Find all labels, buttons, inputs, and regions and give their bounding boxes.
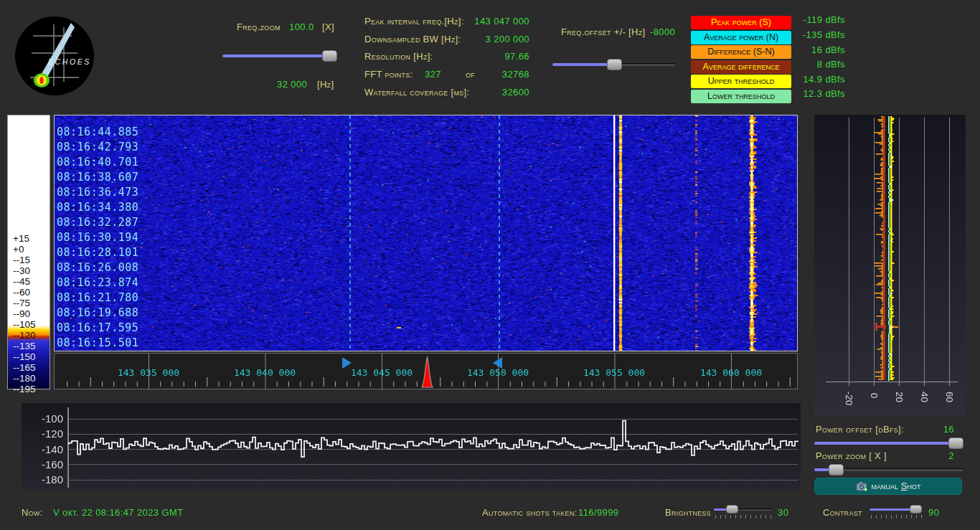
- freq-zoom-slider-handle[interactable]: [322, 50, 337, 62]
- legend-average-power-button[interactable]: Average power (N): [691, 31, 791, 44]
- scale-label: --180: [13, 373, 36, 384]
- power-offset-slider-handle[interactable]: [948, 437, 963, 449]
- freq-span-value: 32 000: [277, 79, 307, 90]
- play-backward-button[interactable]: [493, 357, 502, 369]
- spectrum-tick-label: 20: [894, 385, 905, 410]
- power-offset-slider-fill: [814, 442, 959, 445]
- contrast-slider-fill: [870, 508, 915, 511]
- stat-value: 97.66: [504, 51, 529, 62]
- power-offset-label: Power offset [dBfs]:: [816, 424, 904, 435]
- scale-label: +0: [13, 244, 24, 255]
- spectrum-tick-label: -20: [844, 387, 854, 411]
- scope-y-label: -120: [22, 427, 63, 440]
- freq-tick-label: 143 050 000: [458, 367, 537, 378]
- play-forward-button[interactable]: [342, 357, 352, 369]
- scale-label: --90: [13, 308, 30, 319]
- freq-offset-label: Freq.offset +/- [Hz]: [561, 27, 645, 37]
- stat-label: Downsampled BW [Hz]:: [364, 34, 461, 44]
- stat-value: 32600: [502, 87, 529, 98]
- freq-tick-label: 143 060 000: [692, 367, 771, 378]
- waterfall-timestamp: 08:16:38.607: [57, 171, 138, 184]
- power-zoom-label: Power zoom [ X ]: [816, 450, 887, 461]
- power-plot-panel: -100 -120 -140 -160 -180: [22, 403, 801, 491]
- waterfall-timestamp: 08:16:40.701: [57, 156, 138, 169]
- legend-label: Lower threshold: [707, 91, 775, 101]
- average-power-value: -135 dBfs: [785, 29, 845, 40]
- stat-value: 143 047 000: [474, 16, 529, 27]
- average-difference-value: 8 dBfs: [785, 59, 845, 70]
- contrast-slider[interactable]: [870, 505, 923, 514]
- scale-label: --30: [13, 265, 30, 276]
- freq-offset-slider[interactable]: [552, 59, 676, 70]
- waterfall-timestamp: 08:16:30.194: [57, 231, 138, 244]
- waterfall-canvas[interactable]: [55, 115, 797, 351]
- freq-tick-label: 143 045 000: [342, 367, 421, 378]
- waterfall-timestamp: 08:16:15.501: [57, 336, 138, 349]
- power-zoom-slider[interactable]: [814, 464, 963, 475]
- brightness-value: 30: [778, 507, 788, 518]
- waterfall-timestamp: 08:16:36.473: [57, 186, 138, 199]
- freq-zoom-value: 100.0: [289, 22, 314, 32]
- waterfall-timestamp: 08:16:19.688: [57, 306, 138, 319]
- freq-zoom-slider[interactable]: [222, 50, 337, 62]
- upper-threshold-value: 14.9 dBfs: [785, 74, 845, 85]
- waterfall-timestamp: 08:16:44.885: [57, 126, 138, 138]
- legend-average-difference-button[interactable]: Average difference: [691, 60, 791, 74]
- freq-offset-slider-handle[interactable]: [607, 59, 622, 70]
- scale-label: --75: [13, 298, 30, 308]
- scale-label: --105: [13, 319, 36, 330]
- dbfs-color-scale: +15 +0 --15 --30 --45 --60 --75 --90 --1…: [7, 115, 50, 389]
- scale-label: --120: [13, 330, 36, 341]
- lower-threshold-value: 12.3 dBfs: [785, 88, 845, 99]
- waterfall-timestamp: 08:16:28.101: [57, 246, 138, 259]
- waterfall-timestamp: 08:16:23.874: [57, 276, 138, 289]
- waterfall-timestamp: 08:16:32.287: [57, 216, 138, 229]
- contrast-value: 90: [928, 507, 939, 518]
- camera-icon: [856, 481, 868, 491]
- waterfall-timestamp: 08:16:34.380: [57, 201, 138, 214]
- legend-label: Peak power (S): [711, 17, 771, 27]
- shots-taken-label: Automatic shots taken:: [482, 507, 578, 518]
- freq-offset-slider-fill: [552, 63, 611, 66]
- freq-tick-label: 143 055 000: [575, 367, 654, 378]
- stat-fft-of: of: [466, 69, 475, 80]
- spectrum-tick-label: 60: [944, 385, 955, 410]
- freq-span-unit: [Hz]: [317, 79, 334, 90]
- contrast-slider-handle[interactable]: [910, 505, 922, 514]
- stat-fft-current: 327: [425, 69, 441, 80]
- frequency-ruler[interactable]: 143 035 000 143 040 000 143 045 000 143 …: [54, 353, 798, 389]
- scale-label: --45: [13, 276, 30, 287]
- waterfall-display[interactable]: 08:16:44.885 08:16:42.793 08:16:40.701 0…: [54, 115, 798, 351]
- now-label: Now:: [22, 507, 43, 518]
- brightness-slider-handle[interactable]: [726, 505, 738, 514]
- brightness-slider[interactable]: [714, 505, 773, 514]
- legend-label: Difference (S-N): [707, 47, 774, 57]
- legend-lower-threshold-button[interactable]: Lower threshold: [691, 90, 791, 103]
- stat-fft-points: FFT points: 327 of 32768: [364, 69, 529, 82]
- power-zoom-slider-handle[interactable]: [829, 464, 844, 475]
- legend-label: Average power (N): [704, 32, 778, 42]
- stat-label: Waterfall coverage [ms]:: [364, 87, 469, 98]
- waterfall-timestamp: 08:16:42.793: [57, 141, 138, 153]
- scale-label: --15: [13, 255, 30, 265]
- contrast-label: Contrast: [823, 507, 862, 518]
- power-offset-slider[interactable]: [814, 437, 963, 449]
- stat-label: Resolution [Hz]:: [364, 51, 433, 62]
- legend-peak-power-button[interactable]: Peak power (S): [691, 16, 791, 29]
- scope-y-label: -180: [22, 473, 63, 486]
- scale-label: --195: [13, 384, 36, 394]
- manual-shot-button[interactable]: manual Shot: [814, 478, 962, 495]
- freq-zoom-label: Freq.zoom: [237, 22, 281, 32]
- stat-waterfall-coverage: Waterfall coverage [ms]: 32600: [364, 87, 529, 100]
- echoes-logo: ECHOES: [14, 16, 95, 96]
- scope-canvas: [22, 403, 801, 491]
- now-value: V окт. 22 08:16:47 2023 GMT: [53, 507, 184, 518]
- brightness-slider-ticks: [715, 515, 773, 519]
- scope-y-label: -160: [22, 458, 63, 470]
- stat-label: FFT points:: [364, 69, 413, 80]
- legend-difference-button[interactable]: Difference (S-N): [691, 45, 791, 59]
- legend-upper-threshold-button[interactable]: Upper threshold: [691, 75, 791, 88]
- scale-label: +15: [13, 233, 29, 244]
- legend-label: Upper threshold: [708, 76, 775, 86]
- scope-y-label: -100: [22, 412, 63, 425]
